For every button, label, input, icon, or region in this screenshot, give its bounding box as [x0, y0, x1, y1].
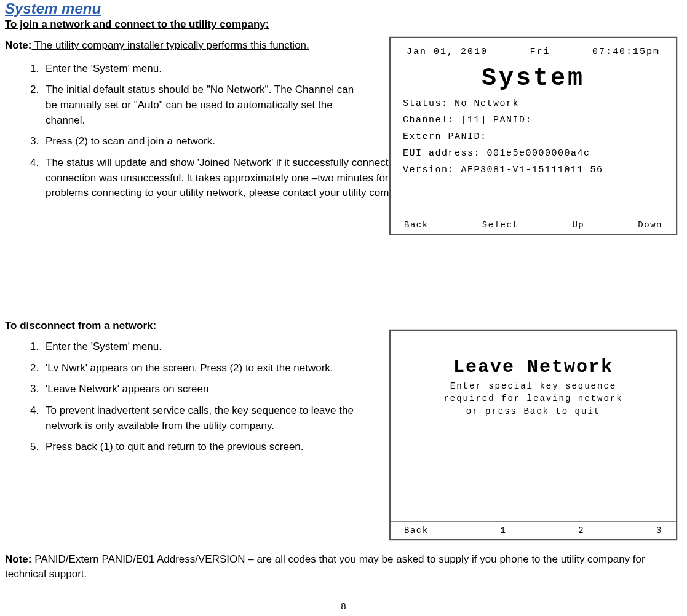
sys-date: Jan 01, 2010 [407, 47, 488, 57]
step-item: To prevent inadvertent service calls, th… [42, 403, 374, 433]
system-buttons: Back Select Up Down [391, 216, 676, 234]
leave-buttons: Back 1 2 3 [391, 521, 676, 539]
note2: Note: PANID/Extern PANID/E01 Address/VER… [5, 552, 682, 582]
system-datetime: Jan 01, 2010 Fri 07:40:15pm [403, 47, 664, 57]
note-label: Note: [5, 39, 31, 51]
sys-extern: Extern PANID: [403, 132, 664, 142]
section1-note: Note: The utility company installer typi… [5, 38, 349, 53]
step-item: Press back (1) to quit and return to the… [42, 440, 374, 455]
sys-time: 07:40:15pm [592, 47, 660, 57]
btn-3[interactable]: 3 [656, 526, 662, 535]
step-item: The initial default status should be "No… [42, 82, 362, 128]
btn-up[interactable]: Up [572, 220, 584, 230]
note-text: The utility company installer typically … [31, 39, 309, 51]
sys-day: Fri [530, 47, 550, 57]
screenshot-system: Jan 01, 2010 Fri 07:40:15pm System Statu… [389, 37, 677, 235]
btn-1[interactable]: 1 [501, 526, 507, 535]
screenshot-leave: Leave Network Enter special key sequence… [389, 330, 677, 540]
section-join: To join a network and connect to the uti… [5, 18, 682, 283]
sys-version: Version: AEP3081-V1-15111011_56 [403, 165, 664, 175]
btn-back[interactable]: Back [404, 526, 429, 535]
sys-channel: Channel: [11] PANID: [403, 115, 664, 125]
btn-down[interactable]: Down [638, 220, 662, 230]
step-item: 'Lv Nwrk' appears on the screen. Press (… [42, 361, 374, 376]
leave-line2: required for leaving network [443, 393, 622, 403]
leave-subtext: Enter special key sequence required for … [403, 380, 664, 417]
leave-line1: Enter special key sequence [450, 381, 616, 391]
step-item: 'Leave Network' appears on screen [42, 382, 374, 397]
system-screen-title: System [403, 65, 664, 92]
note2-text: PANID/Extern PANID/E01 Address/VERSION –… [5, 553, 645, 580]
note2-label: Note: [5, 553, 31, 565]
sys-status: Status: No Network [403, 98, 664, 109]
btn-back[interactable]: Back [404, 220, 429, 230]
page-title: System menu [5, 0, 682, 17]
sys-eui: EUI address: 001e5e0000000a4c [403, 148, 664, 159]
page-number: 8 [0, 601, 687, 611]
section1-title: To join a network and connect to the uti… [5, 18, 682, 31]
leave-line3: or press Back to quit [466, 406, 600, 416]
leave-title: Leave Network [403, 357, 664, 377]
step-item: Enter the 'System' menu. [42, 339, 374, 355]
step-item: Press (2) to scan and join a network. [42, 134, 362, 149]
section-disconnect: To disconnect from a network: Enter the … [5, 320, 682, 541]
btn-select[interactable]: Select [482, 220, 518, 230]
btn-2[interactable]: 2 [578, 526, 584, 535]
step-item: Enter the 'System' menu. [42, 61, 362, 77]
